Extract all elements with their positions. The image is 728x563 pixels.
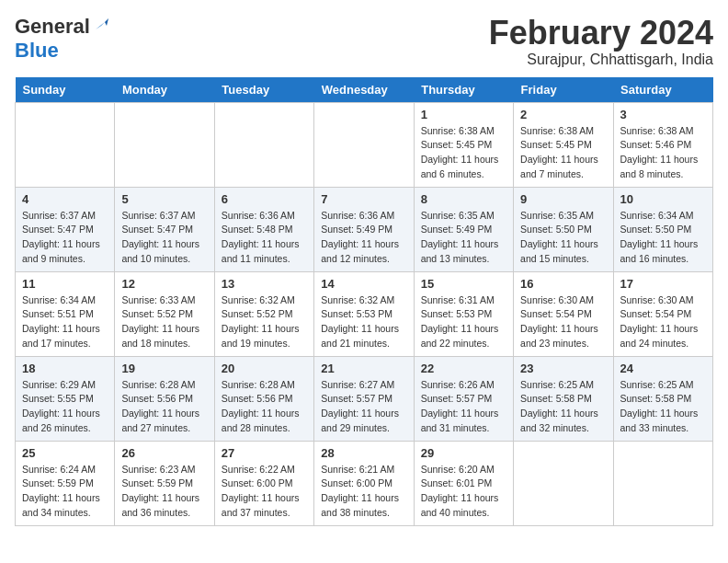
day-info: Sunrise: 6:36 AM Sunset: 5:49 PM Dayligh… <box>321 209 406 267</box>
location: Surajpur, Chhattisgarh, India <box>489 52 713 68</box>
calendar-cell: 16Sunrise: 6:30 AM Sunset: 5:54 PM Dayli… <box>514 271 613 356</box>
calendar-cell: 13Sunrise: 6:32 AM Sunset: 5:52 PM Dayli… <box>214 271 313 356</box>
logo-blue: Blue <box>15 39 59 62</box>
day-number: 7 <box>321 192 406 206</box>
svg-marker-1 <box>105 18 108 26</box>
day-info: Sunrise: 6:25 AM Sunset: 5:58 PM Dayligh… <box>520 378 606 436</box>
calendar-cell: 5Sunrise: 6:37 AM Sunset: 5:47 PM Daylig… <box>115 187 214 271</box>
day-info: Sunrise: 6:25 AM Sunset: 5:58 PM Dayligh… <box>620 378 706 436</box>
logo-general: General <box>15 15 90 39</box>
calendar-cell <box>115 102 214 187</box>
header-wednesday: Wednesday <box>314 77 414 103</box>
day-number: 26 <box>121 446 207 460</box>
day-number: 5 <box>121 192 207 206</box>
calendar-cell: 3Sunrise: 6:38 AM Sunset: 5:46 PM Daylig… <box>613 102 712 187</box>
calendar-cell: 25Sunrise: 6:24 AM Sunset: 5:59 PM Dayli… <box>16 441 115 525</box>
calendar-cell <box>514 441 613 525</box>
day-number: 3 <box>620 108 706 121</box>
calendar-cell: 23Sunrise: 6:25 AM Sunset: 5:58 PM Dayli… <box>514 356 613 441</box>
calendar-cell: 22Sunrise: 6:26 AM Sunset: 5:57 PM Dayli… <box>414 356 513 441</box>
day-info: Sunrise: 6:33 AM Sunset: 5:52 PM Dayligh… <box>121 293 207 351</box>
day-info: Sunrise: 6:34 AM Sunset: 5:51 PM Dayligh… <box>22 293 108 351</box>
day-info: Sunrise: 6:32 AM Sunset: 5:52 PM Dayligh… <box>222 293 307 351</box>
calendar-cell: 26Sunrise: 6:23 AM Sunset: 5:59 PM Dayli… <box>115 441 214 525</box>
calendar-cell: 12Sunrise: 6:33 AM Sunset: 5:52 PM Dayli… <box>115 271 214 356</box>
logo: General Blue <box>15 15 108 63</box>
day-number: 19 <box>121 362 207 375</box>
day-number: 4 <box>22 192 108 206</box>
title-block: February 2024 Surajpur, Chhattisgarh, In… <box>489 15 713 68</box>
header-tuesday: Tuesday <box>214 77 313 103</box>
header-friday: Friday <box>514 77 613 103</box>
calendar-cell <box>16 102 115 187</box>
day-info: Sunrise: 6:30 AM Sunset: 5:54 PM Dayligh… <box>520 293 606 351</box>
calendar-cell: 15Sunrise: 6:31 AM Sunset: 5:53 PM Dayli… <box>414 271 513 356</box>
day-info: Sunrise: 6:38 AM Sunset: 5:46 PM Dayligh… <box>620 124 706 182</box>
day-info: Sunrise: 6:23 AM Sunset: 5:59 PM Dayligh… <box>121 463 207 521</box>
day-number: 14 <box>321 277 406 291</box>
day-info: Sunrise: 6:28 AM Sunset: 5:56 PM Dayligh… <box>121 378 207 436</box>
calendar-cell: 14Sunrise: 6:32 AM Sunset: 5:53 PM Dayli… <box>314 271 414 356</box>
calendar-cell: 27Sunrise: 6:22 AM Sunset: 6:00 PM Dayli… <box>214 441 313 525</box>
day-number: 29 <box>421 446 506 460</box>
header-sunday: Sunday <box>16 77 115 103</box>
calendar-cell: 4Sunrise: 6:37 AM Sunset: 5:47 PM Daylig… <box>16 187 115 271</box>
day-info: Sunrise: 6:21 AM Sunset: 6:00 PM Dayligh… <box>321 463 406 521</box>
weekday-header-row: Sunday Monday Tuesday Wednesday Thursday… <box>16 77 713 103</box>
header-saturday: Saturday <box>613 77 712 103</box>
calendar-cell <box>314 102 414 187</box>
day-number: 20 <box>222 362 307 375</box>
day-number: 18 <box>22 362 108 375</box>
day-info: Sunrise: 6:27 AM Sunset: 5:57 PM Dayligh… <box>321 378 406 436</box>
day-number: 21 <box>321 362 406 375</box>
calendar-cell: 8Sunrise: 6:35 AM Sunset: 5:49 PM Daylig… <box>414 187 513 271</box>
calendar-week-2: 4Sunrise: 6:37 AM Sunset: 5:47 PM Daylig… <box>16 187 713 271</box>
header-thursday: Thursday <box>414 77 513 103</box>
header: General Blue February 2024 Surajpur, Chh… <box>15 15 713 68</box>
calendar-cell: 11Sunrise: 6:34 AM Sunset: 5:51 PM Dayli… <box>16 271 115 356</box>
calendar-cell: 7Sunrise: 6:36 AM Sunset: 5:49 PM Daylig… <box>314 187 414 271</box>
day-info: Sunrise: 6:37 AM Sunset: 5:47 PM Dayligh… <box>22 209 108 267</box>
day-number: 24 <box>620 362 706 375</box>
day-number: 22 <box>421 362 506 375</box>
day-number: 2 <box>520 108 606 121</box>
calendar-table: Sunday Monday Tuesday Wednesday Thursday… <box>15 77 713 526</box>
month-year: February 2024 <box>489 15 713 52</box>
day-info: Sunrise: 6:24 AM Sunset: 5:59 PM Dayligh… <box>22 463 108 521</box>
day-info: Sunrise: 6:38 AM Sunset: 5:45 PM Dayligh… <box>421 124 506 182</box>
day-number: 6 <box>222 192 307 206</box>
day-info: Sunrise: 6:34 AM Sunset: 5:50 PM Dayligh… <box>620 209 706 267</box>
day-info: Sunrise: 6:31 AM Sunset: 5:53 PM Dayligh… <box>421 293 506 351</box>
calendar-week-3: 11Sunrise: 6:34 AM Sunset: 5:51 PM Dayli… <box>16 271 713 356</box>
calendar-cell: 9Sunrise: 6:35 AM Sunset: 5:50 PM Daylig… <box>514 187 613 271</box>
day-number: 1 <box>421 108 506 121</box>
day-info: Sunrise: 6:35 AM Sunset: 5:50 PM Dayligh… <box>520 209 606 267</box>
page-wrapper: General Blue February 2024 Surajpur, Chh… <box>15 15 713 526</box>
day-info: Sunrise: 6:20 AM Sunset: 6:01 PM Dayligh… <box>421 463 506 521</box>
day-number: 13 <box>222 277 307 291</box>
day-number: 25 <box>22 446 108 460</box>
day-number: 9 <box>520 192 606 206</box>
calendar-cell: 19Sunrise: 6:28 AM Sunset: 5:56 PM Dayli… <box>115 356 214 441</box>
calendar-cell: 6Sunrise: 6:36 AM Sunset: 5:48 PM Daylig… <box>214 187 313 271</box>
day-number: 17 <box>620 277 706 291</box>
calendar-cell: 2Sunrise: 6:38 AM Sunset: 5:45 PM Daylig… <box>514 102 613 187</box>
calendar-cell: 1Sunrise: 6:38 AM Sunset: 5:45 PM Daylig… <box>414 102 513 187</box>
calendar-week-4: 18Sunrise: 6:29 AM Sunset: 5:55 PM Dayli… <box>16 356 713 441</box>
calendar-week-1: 1Sunrise: 6:38 AM Sunset: 5:45 PM Daylig… <box>16 102 713 187</box>
calendar-cell: 18Sunrise: 6:29 AM Sunset: 5:55 PM Dayli… <box>16 356 115 441</box>
day-info: Sunrise: 6:22 AM Sunset: 6:00 PM Dayligh… <box>222 463 307 521</box>
logo-bird-icon <box>92 17 108 33</box>
calendar-cell: 24Sunrise: 6:25 AM Sunset: 5:58 PM Dayli… <box>613 356 712 441</box>
day-number: 16 <box>520 277 606 291</box>
calendar-cell: 10Sunrise: 6:34 AM Sunset: 5:50 PM Dayli… <box>613 187 712 271</box>
day-info: Sunrise: 6:35 AM Sunset: 5:49 PM Dayligh… <box>421 209 506 267</box>
calendar-cell: 17Sunrise: 6:30 AM Sunset: 5:54 PM Dayli… <box>613 271 712 356</box>
day-number: 12 <box>121 277 207 291</box>
day-info: Sunrise: 6:29 AM Sunset: 5:55 PM Dayligh… <box>22 378 108 436</box>
day-number: 8 <box>421 192 506 206</box>
calendar-cell: 29Sunrise: 6:20 AM Sunset: 6:01 PM Dayli… <box>414 441 513 525</box>
day-number: 28 <box>321 446 406 460</box>
header-monday: Monday <box>115 77 214 103</box>
day-number: 15 <box>421 277 506 291</box>
